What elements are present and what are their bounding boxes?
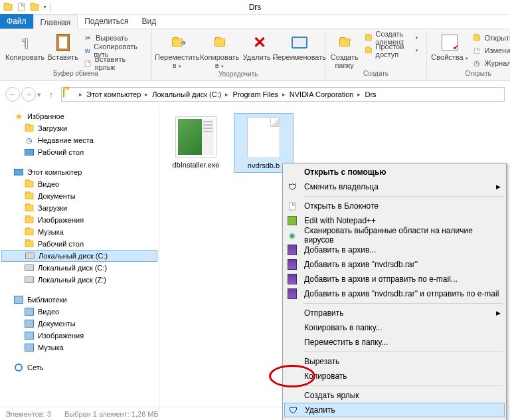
tree-lib-music[interactable]: Музыка bbox=[1, 342, 157, 354]
tree-downloads2[interactable]: Загрузки bbox=[1, 202, 157, 214]
tree-desktop[interactable]: Рабочий стол bbox=[1, 146, 157, 158]
ctx-add-email[interactable]: Добавить в архив и отправить по e-mail..… bbox=[284, 272, 505, 286]
disk-icon bbox=[24, 274, 35, 285]
crumb-2[interactable]: Program Files bbox=[231, 90, 279, 98]
easy-access-button[interactable]: Простой доступ▼ bbox=[361, 45, 422, 56]
crumb-0[interactable]: Этот компьютер bbox=[85, 90, 142, 98]
ctx-add-rar[interactable]: Добавить в архив "nvdrsdb.rar" bbox=[284, 257, 505, 272]
crumb-4[interactable]: Drs bbox=[363, 90, 377, 98]
crumb-root-sep[interactable]: ▸ bbox=[76, 91, 85, 98]
tree-music[interactable]: Музыка bbox=[1, 226, 157, 238]
tab-home[interactable]: Главная bbox=[33, 15, 78, 29]
up-button[interactable]: ↑ bbox=[45, 90, 57, 98]
open-icon bbox=[472, 33, 481, 43]
tree-lib-pictures[interactable]: Изображения bbox=[1, 330, 157, 342]
new-folder-button[interactable]: ✦Создать папку bbox=[331, 32, 359, 69]
tree-network[interactable]: Сеть bbox=[1, 362, 157, 373]
address-bar[interactable]: ▸ Этот компьютер▸ Локальный диск (C:)▸ P… bbox=[61, 87, 505, 102]
pc-icon bbox=[13, 167, 24, 177]
ribbon-tabs: Файл Главная Поделиться Вид bbox=[0, 15, 510, 29]
file-item-dbinstaller[interactable]: dbInstaller.exe bbox=[166, 113, 226, 171]
desktop-folder-icon bbox=[24, 239, 35, 249]
tab-file[interactable]: Файл bbox=[0, 14, 33, 29]
tree-favorites[interactable]: ★Избранное bbox=[1, 110, 157, 122]
properties-icon: ✔ bbox=[442, 35, 458, 51]
move-to-icon: ➜ bbox=[172, 39, 183, 47]
properties-button[interactable]: ✔Свойства▼ bbox=[432, 32, 467, 62]
move-to-button[interactable]: ➜Переместить в▼ bbox=[157, 32, 197, 70]
winrar-icon bbox=[286, 258, 299, 271]
tree-videos[interactable]: Видео bbox=[1, 178, 157, 190]
nav-history-dropdown[interactable]: ▾ bbox=[37, 90, 41, 99]
tree-documents[interactable]: Документы bbox=[1, 190, 157, 202]
ctx-scan-av[interactable]: ◉Сканировать выбранные области на наличи… bbox=[284, 228, 505, 243]
status-item-count: Элементов: 3 bbox=[5, 410, 51, 418]
tree-disk-c[interactable]: Локальный диск (C:) bbox=[1, 250, 157, 262]
shortcut-icon bbox=[84, 58, 92, 68]
back-button[interactable]: ← bbox=[5, 87, 20, 102]
forward-button[interactable]: → bbox=[21, 87, 36, 102]
tree-downloads[interactable]: Загрузки bbox=[1, 122, 157, 134]
tree-recent[interactable]: ◷Недавние места bbox=[1, 134, 157, 146]
ctx-copy-to-folder[interactable]: Копировать в папку... bbox=[284, 320, 505, 335]
history-button[interactable]: ◷Журнал bbox=[469, 57, 510, 69]
pictures-folder-icon bbox=[24, 215, 35, 225]
ctx-add-archive[interactable]: Добавить в архив... bbox=[284, 243, 505, 257]
delete-button[interactable]: ✕Удалить▼ bbox=[242, 32, 277, 62]
tree-disk-c2[interactable]: Локальный диск (C:) bbox=[1, 262, 157, 274]
rename-icon bbox=[292, 37, 307, 49]
ctx-delete[interactable]: 🛡Удалить bbox=[284, 403, 505, 417]
qat-dropdown-icon[interactable]: ▼ bbox=[42, 5, 48, 9]
context-menu: Открыть с помощью 🛡Сменить владельца▶ От… bbox=[282, 163, 507, 420]
paste-button[interactable]: Вставить bbox=[47, 32, 78, 61]
edit-icon bbox=[472, 46, 481, 55]
paste-shortcut-button[interactable]: Вставить ярлык bbox=[81, 57, 146, 69]
copy-to-button[interactable]: Копировать в▼ bbox=[200, 32, 240, 70]
edit-button[interactable]: Изменить bbox=[469, 45, 510, 56]
ribbon-group-clipboard: Копировать Вставить ✂Вырезать wСкопирова… bbox=[0, 29, 152, 80]
ctx-copy[interactable]: Копировать bbox=[284, 369, 505, 383]
tree-disk-z[interactable]: Локальный диск (Z:) bbox=[1, 274, 157, 286]
rename-button[interactable]: Переименовать bbox=[280, 32, 319, 61]
tree-lib-videos[interactable]: Видео bbox=[1, 306, 157, 318]
ctx-move-to-folder[interactable]: Переместить в папку... bbox=[284, 335, 505, 350]
video-folder-icon bbox=[24, 179, 35, 189]
blank-file-icon bbox=[242, 116, 285, 159]
address-bar-row: ← → ▾ ↑ ▸ Этот компьютер▸ Локальный диск… bbox=[5, 85, 505, 104]
crumb-3[interactable]: NVIDIA Corporation bbox=[288, 90, 355, 98]
tree-desktop2[interactable]: Рабочий стол bbox=[1, 238, 157, 250]
arrow-left-icon: ← bbox=[9, 90, 17, 98]
ctx-cut[interactable]: Вырезать bbox=[284, 354, 505, 369]
ctx-open-with[interactable]: Открыть с помощью bbox=[284, 165, 505, 179]
lib-pic-icon bbox=[24, 330, 35, 341]
history-icon: ◷ bbox=[472, 58, 481, 68]
downloads-folder-icon bbox=[24, 203, 35, 213]
ctx-add-rar-email[interactable]: Добавить в архив "nvdrsdb.rar" и отправи… bbox=[284, 286, 505, 301]
recent-icon: ◷ bbox=[24, 135, 35, 146]
copy-icon bbox=[25, 39, 26, 47]
open-button[interactable]: Открыть▼ bbox=[469, 32, 510, 44]
copy-to-icon bbox=[214, 39, 225, 47]
tree-libraries[interactable]: Библиотеки bbox=[1, 294, 157, 306]
tree-thispc[interactable]: Этот компьютер bbox=[1, 166, 157, 178]
tree-pictures[interactable]: Изображения bbox=[1, 214, 157, 226]
ctx-open-notepad[interactable]: Открыть в Блокноте bbox=[284, 199, 505, 213]
tab-share[interactable]: Поделиться bbox=[78, 14, 135, 29]
new-folder-icon: ✦ bbox=[339, 39, 350, 47]
disk-icon bbox=[25, 251, 35, 261]
qat-new-folder-icon[interactable] bbox=[16, 2, 27, 13]
ctx-change-owner[interactable]: 🛡Сменить владельца▶ bbox=[284, 179, 505, 194]
lib-music-icon bbox=[24, 342, 35, 353]
lib-doc-icon bbox=[24, 318, 35, 329]
tree-lib-documents[interactable]: Документы bbox=[1, 318, 157, 330]
qat-properties-icon[interactable] bbox=[29, 2, 40, 13]
ctx-rename[interactable]: 🛡Переименовать bbox=[284, 417, 505, 420]
nav-tree: ★Избранное Загрузки ◷Недавние места Рабо… bbox=[0, 106, 159, 412]
desktop-icon bbox=[24, 147, 35, 158]
disk-icon bbox=[24, 262, 35, 273]
crumb-1[interactable]: Локальный диск (C:) bbox=[151, 90, 222, 98]
copy-button[interactable]: Копировать bbox=[5, 32, 44, 61]
ctx-send-to[interactable]: Отправить▶ bbox=[284, 306, 505, 320]
tab-view[interactable]: Вид bbox=[135, 14, 163, 29]
ctx-create-shortcut[interactable]: Создать ярлык bbox=[284, 388, 505, 403]
